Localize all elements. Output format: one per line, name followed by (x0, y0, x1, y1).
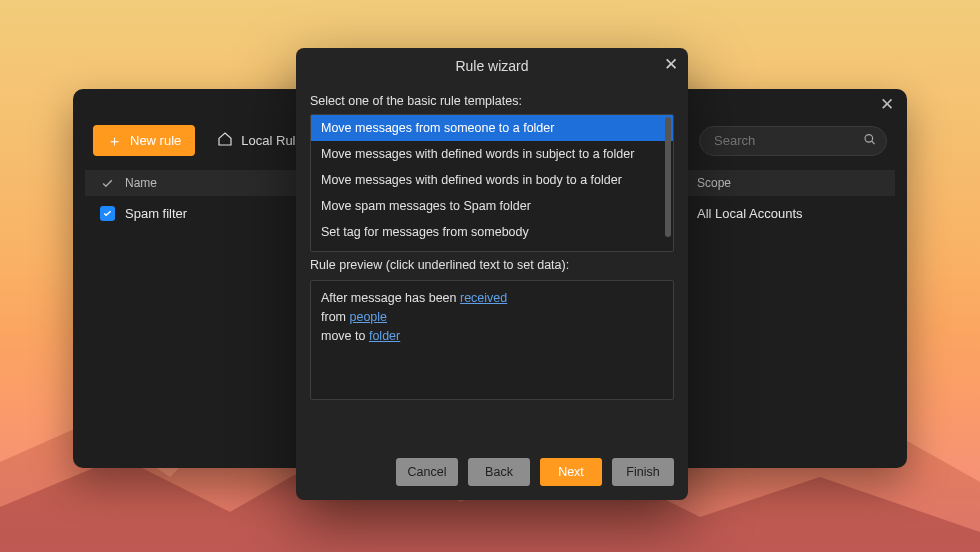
template-item[interactable]: Set tag for messages from somebody (311, 219, 673, 245)
col-scope-header[interactable]: Scope (697, 176, 887, 190)
preview-link-received[interactable]: received (460, 291, 507, 305)
template-item[interactable]: Move messages from someone to a folder (311, 115, 673, 141)
finish-button[interactable]: Finish (612, 458, 674, 486)
template-list[interactable]: Move messages from someone to a folder M… (310, 114, 674, 252)
preview-text: After message has been (321, 291, 460, 305)
home-icon (217, 131, 233, 150)
check-icon (101, 177, 114, 190)
template-item[interactable]: Move messages with defined words in subj… (311, 141, 673, 167)
search-field[interactable] (699, 126, 887, 156)
dialog-title: Rule wizard (455, 58, 528, 74)
close-icon[interactable]: ✕ (879, 97, 895, 113)
templates-label: Select one of the basic rule templates: (310, 94, 674, 108)
back-button[interactable]: Back (468, 458, 530, 486)
row-scope: All Local Accounts (697, 206, 887, 221)
rule-wizard-dialog: Rule wizard ✕ Select one of the basic ru… (296, 48, 688, 500)
next-button[interactable]: Next (540, 458, 602, 486)
search-icon (863, 132, 877, 149)
cancel-button[interactable]: Cancel (396, 458, 458, 486)
close-icon[interactable]: ✕ (662, 54, 680, 72)
preview-link-folder[interactable]: folder (369, 329, 400, 343)
scrollbar-thumb[interactable] (665, 117, 671, 237)
template-item[interactable]: Move messages with defined words in body… (311, 167, 673, 193)
svg-point-0 (865, 134, 873, 142)
dialog-footer: Cancel Back Next Finish (296, 444, 688, 500)
new-rule-label: New rule (130, 133, 181, 148)
preview-text: move to (321, 329, 369, 343)
row-checkbox[interactable] (100, 206, 115, 221)
preview-text: from (321, 310, 349, 324)
check-icon (102, 208, 113, 219)
new-rule-button[interactable]: ＋ New rule (93, 125, 195, 156)
rule-preview: After message has been received from peo… (310, 280, 674, 400)
preview-link-people[interactable]: people (349, 310, 387, 324)
col-enabled[interactable] (93, 177, 121, 190)
template-item[interactable]: Move spam messages to Spam folder (311, 193, 673, 219)
preview-label: Rule preview (click underlined text to s… (310, 258, 674, 272)
search-input[interactable] (699, 126, 887, 156)
dialog-titlebar: Rule wizard ✕ (296, 48, 688, 84)
